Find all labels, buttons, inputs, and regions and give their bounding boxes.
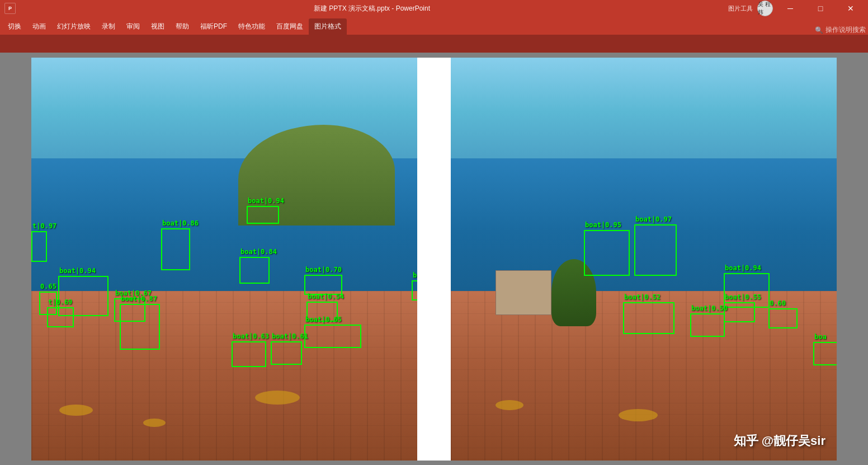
tool-ribbon	[0, 35, 868, 53]
det-label-right-4: boat|0.52	[624, 293, 661, 301]
det-box-left-7: t|0.69	[47, 307, 74, 327]
tab-view[interactable]: 视图	[145, 18, 170, 35]
slide-content: t|0.97 boat|0.94 boat|0.86 boat|0.84 boa…	[31, 58, 837, 461]
roof-accent-r1	[496, 400, 523, 410]
det-label-left-4: boat|0.84	[240, 248, 277, 256]
det-box-left-12: boat|0.65	[304, 325, 361, 348]
det-box-left-3: boat|0.86	[161, 228, 190, 270]
det-label-left-9: boat|0.87	[121, 295, 157, 303]
roof-left	[31, 291, 417, 460]
det-box-right-6: 0.60	[768, 308, 798, 328]
det-label-right-5: boat|0.55	[725, 293, 761, 301]
det-label-left-14: boat|0.61	[272, 332, 308, 340]
det-box-right-8: boat|0.50	[690, 313, 725, 337]
det-box-left-9: boat|0.87	[120, 304, 160, 350]
title-left: P	[4, 3, 16, 14]
det-box-left-14: boat|0.61	[271, 341, 302, 365]
maximize-button[interactable]: □	[808, 0, 833, 17]
ribbon-tabs: 切换 动画 幻灯片放映 录制 审阅 视图 帮助 福昕PDF 特色功能 百度网盘 …	[0, 17, 868, 35]
det-box-right-4: boat|0.52	[623, 302, 674, 334]
det-label-right-6: 0.60	[770, 299, 786, 307]
det-box-right-7: boa	[813, 342, 837, 365]
det-label-left-3: boat|0.86	[162, 219, 199, 227]
watermark: 知乎 @靓仔吴sir	[734, 433, 825, 449]
roof-accent-3	[255, 391, 300, 405]
title-bar: P 新建 PPTX 演示文稿.pptx - PowerPoint 图片工具 吴 …	[0, 0, 868, 17]
det-label-left-1: t|0.97	[32, 222, 56, 230]
tab-review[interactable]: 审阅	[121, 18, 145, 35]
roof-accent-r2	[619, 409, 658, 421]
det-box-left-15: boat	[412, 280, 417, 300]
det-box-right-5: boat|0.55	[724, 302, 755, 322]
det-label-left-10: boat|0.70	[305, 266, 342, 274]
det-label-left-7: t|0.69	[48, 298, 72, 306]
det-box-right-2: boat|0.97	[634, 224, 677, 276]
minimize-button[interactable]: ─	[777, 0, 803, 17]
det-label-left-6: 0.65	[40, 283, 56, 290]
det-box-left-4: boat|0.84	[239, 257, 270, 284]
tab-slideshow[interactable]: 幻灯片放映	[51, 18, 96, 35]
det-label-left-2: boat|0.94	[248, 197, 284, 205]
building-right	[496, 270, 551, 315]
det-box-left-13: boat|0.63	[232, 341, 266, 367]
det-box-left-10: boat|0.70	[304, 275, 342, 295]
tab-foxitpdf[interactable]: 福昕PDF	[195, 18, 233, 35]
tab-baidunet[interactable]: 百度网盘	[271, 18, 309, 35]
left-image-panel: t|0.97 boat|0.94 boat|0.86 boat|0.84 boa…	[31, 58, 417, 461]
app-icon: P	[4, 3, 16, 14]
window-controls: ─ □ ✕	[777, 0, 864, 17]
tab-animation[interactable]: 动画	[27, 18, 51, 35]
det-label-right-3: boat|0.94	[725, 264, 761, 272]
user-avatar[interactable]: 吴 程炜	[757, 1, 773, 16]
det-box-right-1: boat|0.95	[584, 230, 630, 276]
det-label-right-2: boat|0.97	[635, 215, 672, 223]
tab-record[interactable]: 录制	[96, 18, 121, 35]
det-label-left-12: boat|0.65	[305, 316, 342, 323]
det-box-left-1: t|0.97	[31, 231, 47, 262]
search-area: 🔍 操作说明搜索	[815, 25, 866, 35]
roof-accent-1	[59, 405, 93, 416]
tab-help[interactable]: 帮助	[170, 18, 195, 35]
tab-picture-format[interactable]: 图片格式	[309, 18, 347, 35]
search-label[interactable]: 操作说明搜索	[825, 25, 866, 35]
tab-switch[interactable]: 切换	[2, 18, 27, 35]
window-title: 新建 PPTX 演示文稿.pptx - PowerPoint	[16, 4, 728, 13]
search-icon: 🔍	[815, 26, 823, 34]
slide-gap	[428, 58, 440, 461]
det-label-right-7: boa	[814, 333, 827, 341]
slide-area: t|0.97 boat|0.94 boat|0.86 boat|0.84 boa…	[0, 53, 868, 465]
det-label-left-5: boat|0.94	[59, 267, 96, 275]
right-image-panel: boat|0.95 boat|0.97 boat|0.94 boat|0.52 …	[451, 58, 837, 461]
close-button[interactable]: ✕	[838, 0, 864, 17]
app-tab-label: 图片工具	[728, 4, 753, 13]
roof-accent-2	[143, 419, 166, 427]
det-label-left-13: boat|0.63	[233, 332, 269, 340]
det-label-left-11: boat|0.54	[308, 293, 344, 300]
det-label-right-8: boat|0.50	[691, 304, 728, 312]
tab-features[interactable]: 特色功能	[233, 18, 271, 35]
user-name: 吴 程炜	[758, 1, 772, 16]
det-box-left-2: boat|0.94	[247, 206, 279, 224]
det-label-left-15: boat	[413, 271, 417, 279]
det-label-right-1: boat|0.95	[585, 221, 621, 229]
